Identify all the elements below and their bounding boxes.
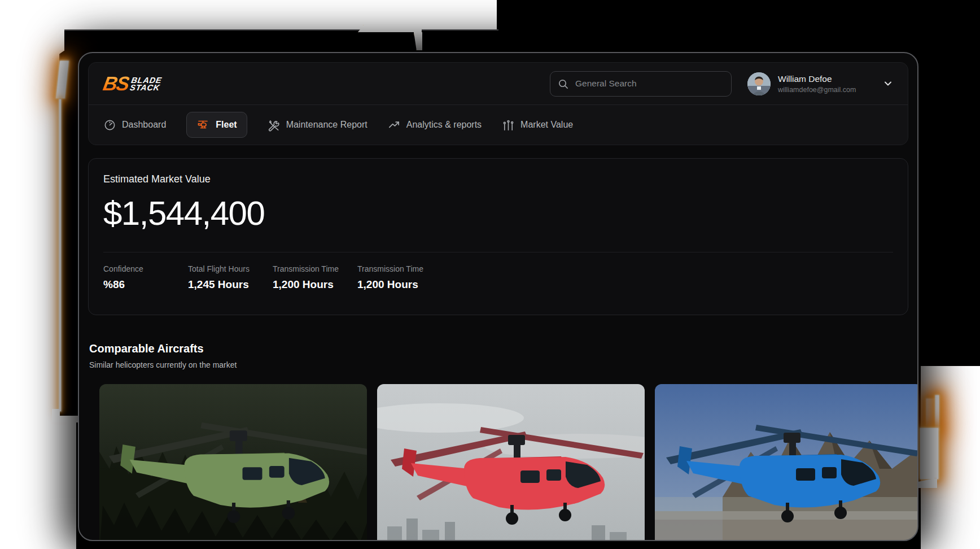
neon-accent-right-line <box>935 395 939 430</box>
brand-word2: STACK <box>129 84 161 92</box>
stat-label: Total Flight Hours <box>188 264 273 273</box>
stat-value: 1,200 Hours <box>273 278 357 291</box>
nav-item-analytics-reports[interactable]: Analytics & reports <box>388 119 482 132</box>
stat-value: %86 <box>103 278 188 291</box>
nav-item-maintenance-report[interactable]: Maintenance Report <box>268 119 368 132</box>
market-value-card: Estimated Market Value $1,544,400 Confid… <box>88 158 908 315</box>
market-value-amount: $1,544,400 <box>103 194 893 233</box>
header-panel: BS BLADE STACK <box>88 62 908 145</box>
search-box[interactable] <box>550 71 732 97</box>
nav-label: Dashboard <box>122 120 166 130</box>
search-icon <box>558 79 568 89</box>
stat-transmission-time-1: Transmission Time 1,200 Hours <box>273 264 357 291</box>
neon-accent-left-line <box>59 99 61 411</box>
stat-value: 1,200 Hours <box>357 278 442 291</box>
comparable-section: Comparable Aircrafts Similar helicopters… <box>88 342 917 541</box>
neon-accent-top-bar <box>358 25 422 32</box>
comparable-title: Comparable Aircrafts <box>89 342 917 355</box>
stat-label: Confidence <box>103 264 188 273</box>
neon-accent-right-notch <box>926 399 935 426</box>
nav-label: Analytics & reports <box>406 120 482 130</box>
stat-label: Transmission Time <box>357 264 442 273</box>
nav-item-dashboard[interactable]: Dashboard <box>103 119 166 132</box>
helicopter-icon <box>196 118 210 132</box>
market-value-title: Estimated Market Value <box>103 173 893 185</box>
gauge-icon <box>103 119 116 132</box>
comparable-subtitle: Similar helicopters currently on the mar… <box>89 360 917 369</box>
tools-icon <box>268 119 281 132</box>
nav-item-market-value[interactable]: Market Value <box>502 119 573 132</box>
user-name: William Defoe <box>778 74 856 84</box>
stat-transmission-time-2: Transmission Time 1,200 Hours <box>357 264 442 291</box>
stat-value: 1,245 Hours <box>188 278 273 291</box>
header-row: BS BLADE STACK <box>89 63 908 104</box>
nav-label: Maintenance Report <box>286 120 368 130</box>
profile-texts: William Defoe williamdefoe@gmail.com <box>778 74 856 94</box>
stat-confidence: Confidence %86 <box>103 264 188 291</box>
stat-label: Transmission Time <box>273 264 357 273</box>
nav-label: Fleet <box>216 120 237 130</box>
chevron-down-icon[interactable] <box>883 79 893 89</box>
stats-divider <box>103 252 893 252</box>
user-profile[interactable]: William Defoe williamdefoe@gmail.com <box>747 72 893 95</box>
aircraft-card-red[interactable] <box>377 384 645 541</box>
page: BS BLADE STACK <box>0 0 980 549</box>
aircraft-card-blue[interactable] <box>655 384 918 541</box>
backdrop-top-edge <box>59 29 498 30</box>
neon-accent-right-panel <box>920 428 938 479</box>
trend-icon <box>388 119 401 132</box>
app-window: BS BLADE STACK <box>78 52 918 541</box>
brand-wordmark: BLADE STACK <box>129 77 163 92</box>
stat-total-flight-hours: Total Flight Hours 1,245 Hours <box>188 264 273 291</box>
avatar[interactable] <box>747 72 771 95</box>
aircraft-card-green[interactable] <box>99 384 367 541</box>
user-email: williamdefoe@gmail.com <box>778 86 856 94</box>
search-input[interactable] <box>574 78 724 89</box>
nav-bar: Dashboard Fleet <box>89 105 908 145</box>
nav-label: Market Value <box>520 120 573 130</box>
brand-logo[interactable]: BS BLADE STACK <box>101 72 163 95</box>
comparable-cards <box>99 384 917 541</box>
nav-item-fleet[interactable]: Fleet <box>186 112 247 138</box>
brand-abbr: BS <box>101 72 130 95</box>
stats-row: Confidence %86 Total Flight Hours 1,245 … <box>103 264 893 291</box>
bar-chart-icon <box>502 119 515 132</box>
